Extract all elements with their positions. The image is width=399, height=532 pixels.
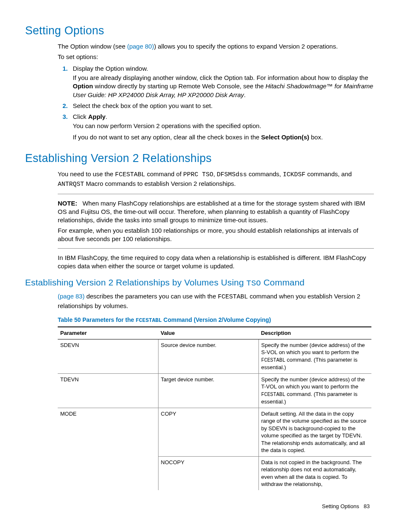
step-detail: If you do not want to set any option, cl… <box>73 133 374 141</box>
step-detail: You can now perform Version 2 operations… <box>73 122 374 130</box>
text: Command <box>261 278 304 287</box>
footer-section-label: Setting Options <box>322 503 359 509</box>
heading-establishing-by-volumes: Establishing Version 2 Relationships by … <box>25 277 374 289</box>
cell-value: Source device number. <box>158 339 258 373</box>
code-text: FCESTABL <box>261 357 286 363</box>
code-text: ICKDSF <box>283 171 305 178</box>
code-text: FCESTABL <box>261 392 286 398</box>
table-row: NOCOPY Data is not copied in the backgro… <box>58 456 371 490</box>
text: commands, and <box>305 170 352 177</box>
table-row: SDEVN Source device number. Specify the … <box>58 339 371 373</box>
bold-text: Option <box>73 82 93 90</box>
text: Command (Version 2/Volume Copying) <box>162 316 271 323</box>
code-text: TSO <box>246 279 261 288</box>
step-1: 1. Display the Option window. If you are… <box>58 64 374 99</box>
code-text: ANTRQST <box>58 181 84 188</box>
code-text: DFSMSdss <box>217 171 247 178</box>
note-paragraph: NOTE: When many FlashCopy relationships … <box>58 199 374 225</box>
body-paragraph: (page 83) describes the parameters you c… <box>58 292 374 310</box>
table-row: TDEVN Target device number. Specify the … <box>58 373 371 408</box>
col-header-parameter: Parameter <box>58 327 158 339</box>
intro-paragraph: The Option window (see (page 80)) allows… <box>58 42 374 51</box>
note-label: NOTE: <box>58 200 77 207</box>
page-ref-link[interactable]: (page 80) <box>127 43 154 50</box>
text: The Option window (see <box>58 43 127 50</box>
bold-text: Apply <box>88 113 106 120</box>
text: Table 50 Parameters for the <box>58 316 136 323</box>
table-header-row: Parameter Value Description <box>58 327 371 339</box>
text: Establishing Version 2 Relationships by … <box>25 278 246 287</box>
text: window directly by starting up Remote We… <box>93 82 265 90</box>
text: You need to use the <box>58 170 115 177</box>
cell-parameter: SDEVN <box>58 339 158 373</box>
cell-description: Default setting. All the data in the cop… <box>258 408 371 456</box>
step-number: 1. <box>58 64 68 73</box>
cell-description: Specify the number (device address) of t… <box>258 339 371 373</box>
parameters-table: Parameter Value Description SDEVN Source… <box>58 326 371 490</box>
text: box. <box>309 134 323 141</box>
text: Click <box>73 113 88 120</box>
heading-establishing-v2: Establishing Version 2 Relationships <box>25 151 374 166</box>
text: describes the parameters you can use wit… <box>84 293 218 300</box>
text: command of <box>145 170 183 177</box>
footer-page-number: 83 <box>364 503 370 509</box>
step-2: 2. Select the check box of the option yo… <box>58 102 374 110</box>
step-text: Click Apply. <box>73 113 107 120</box>
code-text: FCESTABL <box>115 171 145 178</box>
page-ref-link[interactable]: (page 83) <box>58 293 84 300</box>
cell-description: Specify the number (device address) of t… <box>258 373 371 408</box>
cell-parameter <box>58 456 158 490</box>
text: . <box>244 91 246 98</box>
table-row: MODE COPY Default setting. All the data … <box>58 408 371 456</box>
note-paragraph: For example, when you establish 100 rela… <box>58 226 374 244</box>
step-number: 3. <box>58 113 68 121</box>
heading-setting-options: Setting Options <box>25 23 374 38</box>
text: When many FlashCopy relationships are es… <box>58 200 365 224</box>
step-detail: If you are already displaying another wi… <box>73 74 374 99</box>
code-text: FCESTABL <box>136 317 161 324</box>
text: If you are already displaying another wi… <box>73 74 368 81</box>
body-paragraph: You need to use the FCESTABL command of … <box>58 170 374 189</box>
table-caption: Table 50 Parameters for the FCESTABL Com… <box>58 316 374 324</box>
step-text: Display the Option window. <box>73 65 148 72</box>
cell-parameter: TDEVN <box>58 373 158 408</box>
text: ) allows you to specify the options to e… <box>154 43 338 50</box>
text: Macro commands to establish Version 2 re… <box>84 180 236 187</box>
cell-value: NOCOPY <box>158 456 258 490</box>
code-text: FCESTABL <box>218 293 248 301</box>
text: . <box>105 113 107 120</box>
col-header-value: Value <box>158 327 258 339</box>
step-3: 3. Click Apply. You can now perform Vers… <box>58 113 374 141</box>
text: If you do not want to set any option, cl… <box>73 134 261 141</box>
cell-parameter: MODE <box>58 408 158 456</box>
note-block: NOTE: When many FlashCopy relationships … <box>58 194 374 249</box>
step-text: Select the check box of the option you w… <box>73 102 212 109</box>
cell-value: Target device number. <box>158 373 258 408</box>
page-footer: Setting Options 83 <box>25 503 374 510</box>
text: Specify the number (device address) of t… <box>261 376 365 390</box>
text: commands, <box>247 170 283 177</box>
step-number: 2. <box>58 102 68 110</box>
body-paragraph: In IBM FlashCopy, the time required to c… <box>58 254 374 271</box>
text: Specify the number (device address) of t… <box>261 342 365 356</box>
cell-value: COPY <box>158 408 258 456</box>
bold-text: Select Option(s) <box>261 134 309 141</box>
cell-description: Data is not copied in the background. Th… <box>258 456 371 490</box>
col-header-description: Description <box>258 327 371 339</box>
code-text: PPRC TSO <box>183 171 213 178</box>
to-set-options-label: To set options: <box>58 53 374 61</box>
steps-list: 1. Display the Option window. If you are… <box>58 64 374 141</box>
